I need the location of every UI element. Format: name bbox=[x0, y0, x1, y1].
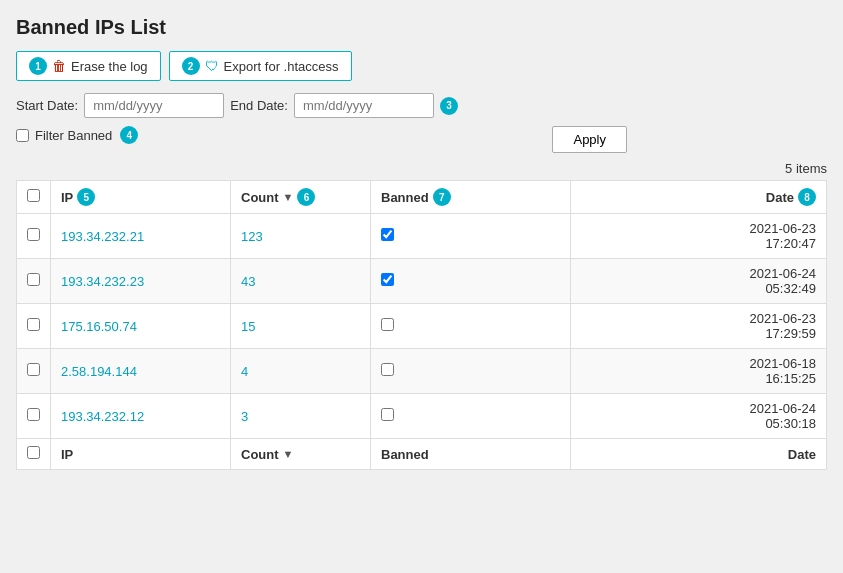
ip-link[interactable]: 193.34.232.12 bbox=[61, 409, 144, 424]
row-ip: 193.34.232.21 bbox=[51, 214, 231, 259]
footer-date: Date bbox=[571, 439, 827, 470]
row-checkbox-cell bbox=[17, 349, 51, 394]
banned-ips-table: IP 5 Count ▼ 6 Banned 7 Date bbox=[16, 180, 827, 470]
table-body: 193.34.232.211232021-06-23 17:20:47193.3… bbox=[17, 214, 827, 439]
row-date: 2021-06-23 17:29:59 bbox=[571, 304, 827, 349]
ip-link[interactable]: 193.34.232.21 bbox=[61, 229, 144, 244]
table-row: 2.58.194.14442021-06-18 16:15:25 bbox=[17, 349, 827, 394]
filter-banned-row: Filter Banned 4 bbox=[16, 126, 138, 144]
banned-checkbox[interactable] bbox=[381, 273, 394, 286]
row-banned bbox=[371, 259, 571, 304]
erase-log-button[interactable]: 1 🗑 Erase the log bbox=[16, 51, 161, 81]
filter-banned-badge: 4 bbox=[120, 126, 138, 144]
page-title: Banned IPs List bbox=[16, 16, 827, 39]
row-checkbox[interactable] bbox=[27, 408, 40, 421]
footer-select-all-checkbox[interactable] bbox=[27, 446, 40, 459]
row-checkbox[interactable] bbox=[27, 228, 40, 241]
export-badge: 2 bbox=[182, 57, 200, 75]
end-date-label: End Date: bbox=[230, 98, 288, 113]
table-row: 193.34.232.23432021-06-24 05:32:49 bbox=[17, 259, 827, 304]
table-footer: IP Count ▼ Banned Date bbox=[17, 439, 827, 470]
select-all-checkbox[interactable] bbox=[27, 189, 40, 202]
row-count: 123 bbox=[231, 214, 371, 259]
banned-checkbox[interactable] bbox=[381, 318, 394, 331]
banned-badge: 7 bbox=[433, 188, 451, 206]
ip-link[interactable]: 175.16.50.74 bbox=[61, 319, 137, 334]
count-value: 4 bbox=[241, 364, 248, 379]
row-count: 15 bbox=[231, 304, 371, 349]
start-date-input[interactable] bbox=[84, 93, 224, 118]
header-ip: IP 5 bbox=[51, 181, 231, 214]
row-checkbox-cell bbox=[17, 394, 51, 439]
row-banned bbox=[371, 214, 571, 259]
export-label: Export for .htaccess bbox=[224, 59, 339, 74]
filter-banned-checkbox[interactable] bbox=[16, 129, 29, 142]
header-date: Date 8 bbox=[571, 181, 827, 214]
header-checkbox-col bbox=[17, 181, 51, 214]
count-value: 3 bbox=[241, 409, 248, 424]
start-date-label: Start Date: bbox=[16, 98, 78, 113]
row-count: 4 bbox=[231, 349, 371, 394]
footer-banned: Banned bbox=[371, 439, 571, 470]
ip-link[interactable]: 193.34.232.23 bbox=[61, 274, 144, 289]
row-banned bbox=[371, 304, 571, 349]
count-sort-arrow[interactable]: ▼ bbox=[283, 191, 294, 203]
banned-checkbox[interactable] bbox=[381, 228, 394, 241]
end-date-input[interactable] bbox=[294, 93, 434, 118]
export-icon: 🛡 bbox=[205, 58, 219, 74]
ip-link[interactable]: 2.58.194.144 bbox=[61, 364, 137, 379]
row-checkbox[interactable] bbox=[27, 318, 40, 331]
row-date: 2021-06-18 16:15:25 bbox=[571, 349, 827, 394]
erase-badge: 1 bbox=[29, 57, 47, 75]
table-row: 193.34.232.211232021-06-23 17:20:47 bbox=[17, 214, 827, 259]
erase-label: Erase the log bbox=[71, 59, 148, 74]
row-ip: 2.58.194.144 bbox=[51, 349, 231, 394]
row-ip: 175.16.50.74 bbox=[51, 304, 231, 349]
filter-banned-label: Filter Banned bbox=[35, 128, 112, 143]
header-count: Count ▼ 6 bbox=[231, 181, 371, 214]
footer-ip: IP bbox=[51, 439, 231, 470]
row-count: 43 bbox=[231, 259, 371, 304]
row-date: 2021-06-23 17:20:47 bbox=[571, 214, 827, 259]
row-ip: 193.34.232.23 bbox=[51, 259, 231, 304]
date-badge: 8 bbox=[798, 188, 816, 206]
banned-checkbox[interactable] bbox=[381, 408, 394, 421]
table-row: 193.34.232.1232021-06-24 05:30:18 bbox=[17, 394, 827, 439]
ip-badge: 5 bbox=[77, 188, 95, 206]
row-ip: 193.34.232.12 bbox=[51, 394, 231, 439]
header-banned: Banned 7 bbox=[371, 181, 571, 214]
apply-button[interactable]: Apply bbox=[552, 126, 627, 153]
footer-sort-arrow[interactable]: ▼ bbox=[283, 448, 294, 460]
date-filter-badge: 3 bbox=[440, 97, 458, 115]
count-value: 15 bbox=[241, 319, 255, 334]
row-checkbox[interactable] bbox=[27, 273, 40, 286]
count-value: 43 bbox=[241, 274, 255, 289]
row-banned bbox=[371, 394, 571, 439]
apply-wrapper: Apply bbox=[552, 126, 827, 153]
row-date: 2021-06-24 05:32:49 bbox=[571, 259, 827, 304]
row-date: 2021-06-24 05:30:18 bbox=[571, 394, 827, 439]
count-badge: 6 bbox=[297, 188, 315, 206]
row-checkbox-cell bbox=[17, 304, 51, 349]
toolbar: 1 🗑 Erase the log 2 🛡 Export for .htacce… bbox=[16, 51, 827, 81]
row-banned bbox=[371, 349, 571, 394]
export-htaccess-button[interactable]: 2 🛡 Export for .htaccess bbox=[169, 51, 352, 81]
row-count: 3 bbox=[231, 394, 371, 439]
footer-count: Count ▼ bbox=[231, 439, 371, 470]
trash-icon: 🗑 bbox=[52, 58, 66, 74]
table-header: IP 5 Count ▼ 6 Banned 7 Date bbox=[17, 181, 827, 214]
count-value: 123 bbox=[241, 229, 263, 244]
banned-checkbox[interactable] bbox=[381, 363, 394, 376]
row-checkbox-cell bbox=[17, 259, 51, 304]
filter-dates-row: Start Date: End Date: 3 bbox=[16, 93, 827, 118]
row-checkbox[interactable] bbox=[27, 363, 40, 376]
items-count: 5 items bbox=[16, 161, 827, 176]
table-row: 175.16.50.74152021-06-23 17:29:59 bbox=[17, 304, 827, 349]
row-checkbox-cell bbox=[17, 214, 51, 259]
